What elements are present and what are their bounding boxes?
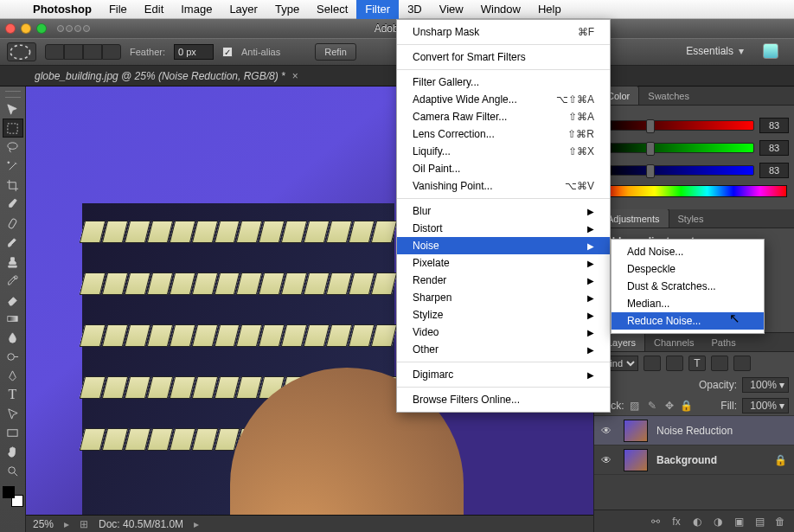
menu-select[interactable]: Select [308, 0, 356, 19]
submenu-item-despeckle[interactable]: Despeckle [612, 260, 764, 278]
lock-all-icon[interactable]: 🔒 [680, 399, 694, 413]
group-icon[interactable]: ▣ [732, 515, 746, 529]
filter-adjust-icon[interactable] [666, 356, 683, 371]
blur-tool-icon[interactable] [3, 328, 23, 347]
menu-item-liquify[interactable]: Liquify...⇧⌘X [397, 143, 610, 160]
menu-item-distort[interactable]: Distort▶ [397, 220, 610, 237]
menu-item-noise[interactable]: Noise▶ [397, 237, 610, 254]
layer-row[interactable]: 👁Background🔒 [594, 445, 794, 475]
menu-app[interactable]: Photoshop [24, 0, 100, 19]
menu-item-camera-raw-filter[interactable]: Camera Raw Filter...⇧⌘A [397, 108, 610, 125]
marquee-tool-icon[interactable] [3, 119, 23, 138]
layer-thumbnail[interactable] [624, 420, 648, 442]
lasso-tool-icon[interactable] [3, 138, 23, 157]
mask-icon[interactable]: ◐ [690, 515, 704, 529]
trash-icon[interactable]: 🗑 [773, 515, 787, 529]
chevron-icon[interactable]: ▸ [194, 518, 199, 530]
layer-name[interactable]: Noise Reduction [656, 425, 787, 437]
crop-tool-icon[interactable] [3, 176, 23, 195]
filter-pixel-icon[interactable] [644, 356, 661, 371]
type-tool-icon[interactable]: T [3, 385, 23, 404]
visibility-icon[interactable]: 👁 [601, 454, 615, 466]
fill-adjust-icon[interactable]: ◑ [711, 515, 725, 529]
menu-item-digimarc[interactable]: Digimarc▶ [397, 366, 610, 383]
g-slider[interactable] [599, 143, 754, 153]
window-zoom-icon[interactable] [36, 23, 47, 34]
stamp-tool-icon[interactable] [3, 252, 23, 271]
r-value[interactable]: 83 [759, 118, 789, 133]
menu-item-video[interactable]: Video▶ [397, 324, 610, 341]
fx-icon[interactable]: fx [669, 515, 683, 529]
tab-styles[interactable]: Styles [669, 209, 713, 228]
menu-item-filter-gallery[interactable]: Filter Gallery... [397, 74, 610, 91]
tool-preset-icon[interactable] [7, 42, 36, 61]
workspace-switcher[interactable]: Essentials ▾ [686, 43, 778, 59]
submenu-item-dust-scratches[interactable]: Dust & Scratches... [612, 278, 764, 295]
menu-item-stylize[interactable]: Stylize▶ [397, 306, 610, 324]
menu-item-convert-for-smart-filters[interactable]: Convert for Smart Filters [397, 48, 610, 66]
eraser-tool-icon[interactable] [3, 290, 23, 309]
menu-item-sharpen[interactable]: Sharpen▶ [397, 289, 610, 306]
antialias-checkbox[interactable]: ✓ [222, 47, 233, 57]
new-layer-icon[interactable]: ▤ [752, 515, 766, 529]
menu-item-other[interactable]: Other▶ [397, 341, 610, 358]
eyedropper-tool-icon[interactable] [3, 195, 23, 214]
link-layers-icon[interactable]: ⚯ [649, 515, 663, 529]
selection-mode-group[interactable] [45, 44, 121, 60]
menu-item-oil-paint[interactable]: Oil Paint... [397, 160, 610, 177]
scrub-icon[interactable]: ⊞ [80, 518, 88, 530]
r-slider[interactable] [599, 120, 754, 131]
menu-item-unsharp-mask[interactable]: Unsharp Mask⌘F [397, 23, 610, 41]
menu-3d[interactable]: 3D [399, 0, 431, 19]
fgbg-swatch[interactable] [2, 485, 24, 508]
menu-filter[interactable]: Filter [356, 0, 399, 19]
filter-type-icon[interactable]: T [688, 356, 706, 371]
menu-item-vanishing-point[interactable]: Vanishing Point...⌥⌘V [397, 177, 610, 195]
submenu-item-median[interactable]: Median... [612, 295, 764, 312]
window-close-icon[interactable] [5, 23, 16, 34]
brush-tool-icon[interactable] [3, 233, 23, 252]
menu-window[interactable]: Window [472, 0, 529, 19]
visibility-icon[interactable]: 👁 [601, 425, 615, 437]
filter-shape-icon[interactable] [711, 356, 728, 371]
chevron-icon[interactable]: ▸ [64, 518, 69, 530]
panel-grip[interactable] [5, 91, 21, 98]
lock-pixels-icon[interactable]: ✎ [645, 399, 659, 413]
wand-tool-icon[interactable] [3, 157, 23, 176]
gradient-tool-icon[interactable] [3, 309, 23, 328]
opacity-input[interactable]: 100%▾ [742, 377, 789, 393]
layer-name[interactable]: Background [656, 454, 765, 466]
tab-channels[interactable]: Channels [645, 333, 702, 352]
menu-help[interactable]: Help [529, 0, 570, 19]
refine-edge-button[interactable]: Refin [315, 43, 356, 61]
menu-item-browse-filters-online[interactable]: Browse Filters Online... [397, 391, 610, 408]
fill-input[interactable]: 100%▾ [742, 398, 789, 413]
menu-type[interactable]: Type [266, 0, 308, 19]
menu-item-lens-correction[interactable]: Lens Correction...⇧⌘R [397, 125, 610, 143]
menu-layer[interactable]: Layer [221, 0, 266, 19]
menu-view[interactable]: View [431, 0, 472, 19]
menu-item-adaptive-wide-angle[interactable]: Adaptive Wide Angle...⌥⇧⌘A [397, 91, 610, 108]
lock-trans-icon[interactable]: ▨ [628, 399, 642, 413]
history-brush-tool-icon[interactable] [3, 271, 23, 290]
menu-image[interactable]: Image [172, 0, 221, 19]
close-icon[interactable]: × [292, 70, 298, 82]
g-value[interactable]: 83 [759, 140, 789, 156]
submenu-item-reduce-noise[interactable]: Reduce Noise... [612, 312, 764, 330]
menu-item-render[interactable]: Render▶ [397, 272, 610, 289]
move-tool-icon[interactable] [3, 99, 23, 119]
tab-swatches[interactable]: Swatches [639, 87, 698, 106]
menu-item-blur[interactable]: Blur▶ [397, 202, 610, 220]
zoom-tool-icon[interactable] [3, 461, 23, 480]
hue-strip[interactable] [601, 185, 787, 197]
rectangle-tool-icon[interactable] [3, 423, 23, 442]
healing-tool-icon[interactable] [3, 214, 23, 233]
lock-position-icon[interactable]: ✥ [663, 399, 676, 413]
tab-paths[interactable]: Paths [703, 333, 745, 352]
hand-tool-icon[interactable] [3, 442, 23, 461]
pen-tool-icon[interactable] [3, 366, 23, 385]
submenu-item-add-noise[interactable]: Add Noise... [612, 243, 764, 260]
window-minimize-icon[interactable] [21, 23, 31, 34]
cs-live-icon[interactable] [763, 43, 778, 59]
menu-edit[interactable]: Edit [136, 0, 172, 19]
